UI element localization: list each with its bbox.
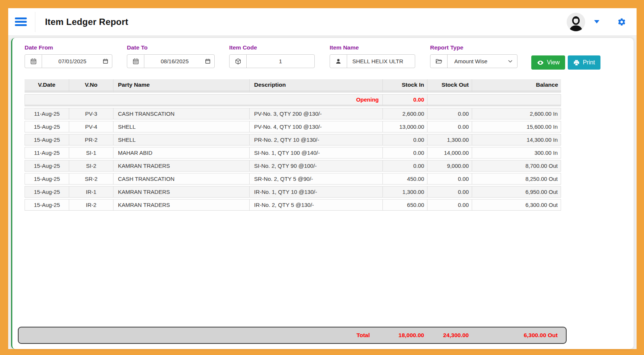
avatar[interactable] (567, 13, 585, 31)
table-row[interactable]: 15-Aug-25 PV-4 SHELL PV-No. 4, QTY 100 @… (25, 121, 561, 132)
cell-stock-in: 450.00 (383, 173, 427, 185)
col-description: Description (250, 79, 383, 93)
cell-party-name: KAMRAN TRADERS (113, 186, 250, 198)
total-stock-out: 24,300.00 (427, 332, 472, 339)
cell-vdate: 15-Aug-25 (25, 134, 69, 145)
cell-stock-in: 2,600.00 (383, 108, 427, 119)
opening-label: Opening (25, 94, 383, 106)
date-from-value[interactable]: 07/01/2025 (42, 58, 103, 64)
cell-stock-out: 0.00 (427, 121, 472, 132)
report-card: Date From 07/01/2025 Date To (11, 38, 634, 349)
page-title: Item Ledger Report (45, 17, 128, 27)
col-stock-out: Stock Out (427, 79, 472, 93)
cell-stock-in: 1,300.00 (383, 186, 427, 198)
cell-balance: 300.00 In (472, 147, 561, 159)
cell-stock-in: 0.00 (383, 160, 427, 172)
table-row[interactable]: 15-Aug-25 IR-1 KAMRAN TRADERS IR-No. 1, … (25, 186, 561, 198)
cell-balance: 6,950.00 Out (472, 186, 561, 198)
print-button[interactable]: Print (568, 55, 600, 70)
table-row[interactable]: 15-Aug-25 PR-2 SHELL PR-No. 2, QTY 10 @1… (25, 134, 561, 145)
cube-icon (230, 55, 247, 68)
table-row[interactable]: 15-Aug-25 SR-2 CASH TRANSCATION SR-No. 2… (25, 173, 561, 185)
table-row[interactable]: 11-Aug-25 SI-1 MAHAR ABID SI-No. 1, QTY … (25, 147, 561, 159)
caret-down-icon[interactable] (594, 20, 599, 23)
filter-bar: Date From 07/01/2025 Date To (12, 38, 634, 70)
cell-vdate: 15-Aug-25 (25, 121, 69, 132)
hamburger-menu-icon[interactable] (15, 17, 27, 26)
table-row[interactable]: 15-Aug-25 SI-2 KAMRAN TRADERS SI-No. 2, … (25, 160, 561, 172)
cell-vdate: 11-Aug-25 (25, 108, 69, 119)
calendar-icon (25, 55, 42, 68)
filter-report-type: Report Type Amount Wise (430, 44, 518, 68)
cell-stock-out: 0.00 (427, 173, 472, 185)
top-bar-right (567, 13, 626, 31)
cell-stock-in: 13,000.00 (383, 121, 427, 132)
cell-stock-out: 1,300.00 (427, 134, 472, 145)
app-window: Item Ledger Report (8, 8, 637, 349)
col-party-name: Party Name (113, 79, 250, 93)
item-code-value[interactable]: 1 (247, 58, 314, 64)
cell-stock-out: 9,000.00 (427, 160, 472, 172)
item-name-input[interactable]: SHELL HELIX ULTR (330, 54, 415, 68)
folder-open-icon (430, 55, 448, 68)
cell-description: SI-No. 2, QTY 90 @100/- (250, 160, 383, 172)
chevron-down-icon (507, 58, 513, 64)
date-from-input[interactable]: 07/01/2025 (25, 54, 112, 68)
cell-party-name: MAHAR ABID (113, 147, 250, 159)
cell-balance: 2,600.00 In (472, 108, 561, 119)
cell-vdate: 15-Aug-25 (25, 160, 69, 172)
gear-icon[interactable] (617, 17, 626, 26)
cell-vdate: 15-Aug-25 (25, 186, 69, 198)
cell-vno: PV-4 (69, 121, 113, 132)
date-from-label: Date From (25, 44, 112, 51)
eye-icon (537, 59, 544, 66)
report-type-value: Amount Wise (448, 58, 507, 64)
cell-stock-out: 0.00 (427, 108, 472, 119)
cell-stock-out: 0.00 (427, 186, 472, 198)
report-type-select[interactable]: Amount Wise (430, 54, 518, 68)
cell-description: IR-No. 2, QTY 5 @130/- (250, 199, 383, 211)
cell-vno: PV-3 (69, 108, 113, 119)
date-to-input[interactable]: 08/16/2025 (127, 54, 215, 68)
item-code-input[interactable]: 1 (229, 54, 315, 68)
cell-description: SI-No. 1, QTY 100 @140/- (250, 147, 383, 159)
cell-balance: 15,600.00 In (472, 121, 561, 132)
cell-description: PR-No. 2, QTY 10 @130/- (250, 134, 383, 145)
table-row[interactable]: 11-Aug-25 PV-3 CASH TRANSCATION PV-No. 3… (25, 108, 561, 119)
item-name-value[interactable]: SHELL HELIX ULTR (347, 58, 415, 64)
cell-description: PV-No. 3, QTY 200 @130/- (250, 108, 383, 119)
calendar-icon (127, 55, 144, 68)
cell-vdate: 11-Aug-25 (25, 147, 69, 159)
total-balance: 6,300.00 Out (472, 332, 566, 339)
cell-vdate: 15-Aug-25 (25, 199, 69, 211)
table-row[interactable]: 15-Aug-25 IR-2 KAMRAN TRADERS IR-No. 2, … (25, 199, 561, 211)
opening-empty-cell (427, 94, 561, 106)
opening-row: Opening 0.00 (25, 94, 561, 106)
date-picker-icon[interactable] (205, 58, 211, 64)
total-label: Total (19, 332, 382, 339)
item-code-label: Item Code (229, 44, 315, 51)
view-button[interactable]: View (531, 55, 565, 70)
col-stock-in: Stock In (383, 79, 427, 93)
cell-vno: IR-2 (69, 199, 113, 211)
window-frame: Item Ledger Report (0, 0, 644, 355)
date-picker-icon[interactable] (103, 58, 108, 64)
cell-stock-in: 650.00 (383, 199, 427, 211)
date-to-value[interactable]: 08/16/2025 (144, 58, 205, 64)
cell-vno: SR-2 (69, 173, 113, 185)
person-icon (330, 55, 347, 68)
view-button-label: View (547, 59, 560, 66)
cell-vno: SI-1 (69, 147, 113, 159)
item-name-label: Item Name (330, 44, 415, 51)
cell-vno: IR-1 (69, 186, 113, 198)
cell-party-name: SHELL (113, 134, 250, 145)
filter-item-code: Item Code 1 (229, 44, 315, 68)
cell-party-name: SHELL (113, 121, 250, 132)
print-button-label: Print (583, 59, 595, 66)
printer-icon (573, 60, 580, 66)
top-bar: Item Ledger Report (8, 8, 637, 36)
date-to-label: Date To (127, 44, 215, 51)
cell-party-name: KAMRAN TRADERS (113, 160, 250, 172)
total-stock-in: 18,000.00 (382, 332, 427, 339)
filter-date-from: Date From 07/01/2025 (25, 44, 112, 68)
